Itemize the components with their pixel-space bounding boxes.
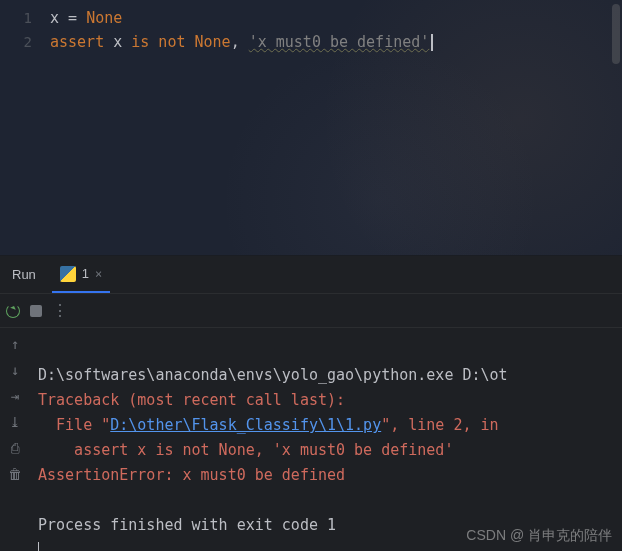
console-output: ↑ ↓ ⇥ ⤓ ⎙ 🗑 D:\softwares\anaconda\envs\y… bbox=[0, 328, 622, 551]
error-line: AssertionError: x must0 be defined bbox=[38, 466, 345, 484]
stop-icon[interactable] bbox=[30, 305, 42, 317]
file-prefix: File " bbox=[38, 416, 110, 434]
editor-scrollbar[interactable] bbox=[612, 4, 620, 64]
code-line[interactable]: x = None bbox=[50, 6, 622, 30]
code-content[interactable]: x = None assert x is not None, 'x must0 … bbox=[42, 0, 622, 255]
console-side-toolbar: ↑ ↓ ⇥ ⤓ ⎙ 🗑 bbox=[0, 328, 30, 551]
file-link[interactable]: D:\other\Flask_Classify\1\1.py bbox=[110, 416, 381, 434]
editor-caret bbox=[431, 34, 433, 51]
scroll-to-end-icon[interactable]: ⤓ bbox=[7, 414, 23, 430]
line-number: 1 bbox=[0, 6, 32, 30]
assert-source-line: assert x is not None, 'x must0 be define… bbox=[38, 441, 453, 459]
python-file-icon bbox=[60, 266, 76, 282]
line-number: 2 bbox=[0, 30, 32, 54]
console-text[interactable]: D:\softwares\anaconda\envs\yolo_gao\pyth… bbox=[30, 328, 622, 551]
file-suffix: ", line 2, in bbox=[381, 416, 507, 434]
run-panel-header: Run 1 × bbox=[0, 256, 622, 294]
run-tab[interactable]: 1 × bbox=[52, 256, 110, 293]
run-toolbar: ⋮ bbox=[0, 294, 622, 328]
code-line[interactable]: assert x is not None, 'x must0 be define… bbox=[50, 30, 622, 54]
soft-wrap-icon[interactable]: ⇥ bbox=[7, 388, 23, 404]
print-icon[interactable]: ⎙ bbox=[7, 440, 23, 456]
exit-line: Process finished with exit code 1 bbox=[38, 516, 336, 534]
panel-title: Run bbox=[12, 267, 36, 282]
trash-icon[interactable]: 🗑 bbox=[7, 466, 23, 482]
code-editor[interactable]: 1 2 x = None assert x is not None, 'x mu… bbox=[0, 0, 622, 255]
console-caret bbox=[38, 542, 39, 551]
line-gutter: 1 2 bbox=[0, 0, 42, 255]
tab-label: 1 bbox=[82, 266, 89, 281]
close-icon[interactable]: × bbox=[95, 267, 102, 281]
more-options-icon[interactable]: ⋮ bbox=[52, 303, 69, 319]
scroll-down-icon[interactable]: ↓ bbox=[7, 362, 23, 378]
traceback-header: Traceback (most recent call last): bbox=[38, 391, 345, 409]
command-line: D:\softwares\anaconda\envs\yolo_gao\pyth… bbox=[38, 366, 508, 384]
rerun-icon[interactable] bbox=[6, 304, 20, 318]
scroll-up-icon[interactable]: ↑ bbox=[7, 336, 23, 352]
